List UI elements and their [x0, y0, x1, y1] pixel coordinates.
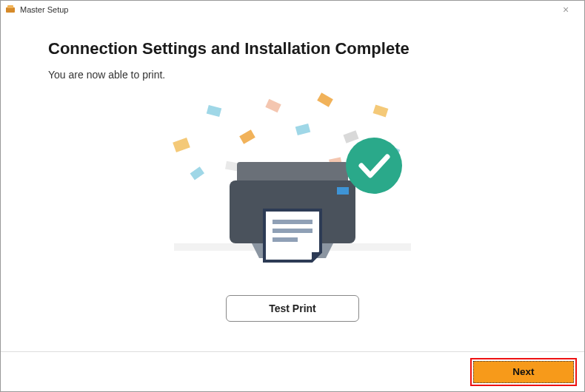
window-frame: Master Setup × Connection Settings and I…: [0, 0, 585, 392]
svg-rect-6: [295, 124, 310, 135]
content-area: Connection Settings and Installation Com…: [1, 18, 584, 351]
page-title: Connection Settings and Installation Com…: [48, 39, 537, 58]
illustration-wrap: [48, 88, 537, 280]
svg-rect-5: [265, 99, 281, 112]
success-check-icon: [346, 138, 402, 194]
titlebar: Master Setup ×: [1, 1, 584, 18]
test-print-row: Test Print: [48, 295, 537, 322]
test-print-label: Test Print: [269, 303, 316, 314]
footer: Next: [1, 351, 584, 391]
next-highlight-box: Next: [470, 358, 577, 386]
svg-rect-0: [6, 7, 15, 13]
svg-rect-4: [239, 129, 255, 143]
window-title: Master Setup: [20, 5, 552, 14]
next-button[interactable]: Next: [473, 361, 574, 383]
svg-rect-21: [273, 220, 312, 224]
paper-icon: [264, 210, 321, 261]
svg-rect-1: [7, 5, 13, 8]
svg-rect-23: [273, 237, 298, 242]
svg-rect-9: [373, 105, 389, 118]
page-subtitle: You are now able to print.: [48, 69, 537, 81]
svg-rect-3: [207, 105, 221, 117]
printer-success-illustration: [137, 88, 448, 280]
svg-rect-8: [343, 130, 358, 143]
test-print-button[interactable]: Test Print: [226, 295, 359, 322]
svg-rect-11: [225, 161, 238, 172]
app-icon: [5, 4, 16, 15]
svg-rect-22: [273, 229, 312, 233]
svg-rect-17: [337, 187, 349, 195]
close-icon[interactable]: ×: [552, 4, 580, 16]
svg-rect-10: [190, 166, 204, 180]
svg-rect-7: [317, 92, 333, 107]
next-label: Next: [512, 366, 534, 377]
svg-point-24: [346, 138, 402, 194]
svg-rect-2: [173, 138, 190, 152]
